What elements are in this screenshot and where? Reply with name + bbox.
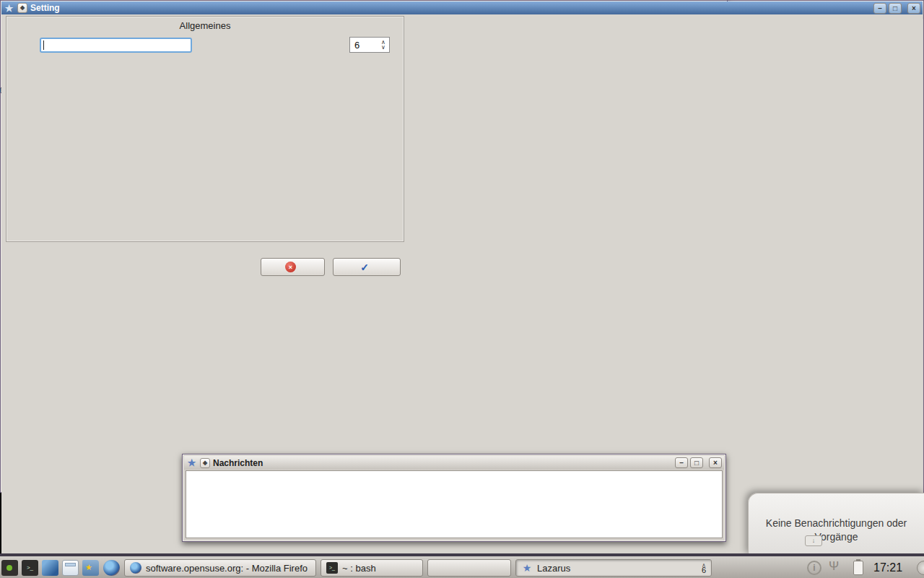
window-count-spinner[interactable]: ∧ 6: [696, 564, 706, 572]
taskbar-clock[interactable]: 17:21: [873, 561, 902, 574]
minimize-icon[interactable]: –: [675, 457, 688, 468]
apply-check-icon: ✓: [360, 262, 369, 273]
opensuse-menu-icon: [6, 565, 12, 571]
lazarus-logo-icon: ★: [4, 3, 14, 14]
star-icon: ★: [85, 563, 92, 572]
app-menu-button[interactable]: [1, 560, 18, 576]
firefox-icon: [130, 562, 141, 574]
specialty-cap-spinedit[interactable]: 6 ∧∨: [349, 37, 390, 53]
minimize-icon[interactable]: –: [873, 3, 886, 14]
titlebar-pin-icon[interactable]: ◆: [17, 3, 27, 13]
apply-button[interactable]: ✓: [333, 258, 401, 276]
form-title: Setting: [30, 3, 60, 13]
spin-value: 6: [350, 40, 378, 51]
taskbar-item-firefox[interactable]: software.opensuse.org: - Mozilla Firefo: [124, 559, 316, 577]
messages-list[interactable]: [186, 470, 723, 538]
close-icon[interactable]: ×: [907, 3, 920, 14]
folder-launcher-icon[interactable]: ★: [82, 560, 99, 576]
messages-title: Nachrichten: [213, 458, 263, 468]
titlebar-pin-icon[interactable]: ◆: [200, 458, 210, 468]
messages-titlebar[interactable]: ★ ◆ Nachrichten – □ ×: [184, 456, 724, 470]
tray-partial-icon[interactable]: [917, 561, 924, 575]
maximize-icon[interactable]: □: [690, 457, 703, 468]
terminal-launcher-icon[interactable]: >_: [22, 560, 38, 576]
text-caret: [43, 40, 44, 50]
tray-info-icon[interactable]: i: [807, 561, 821, 575]
taskbar-item-bash[interactable]: >_ ~ : bash: [321, 559, 423, 577]
spin-down-icon[interactable]: ∨: [381, 45, 385, 50]
close-button[interactable]: ×: [261, 258, 325, 276]
computer-launcher-icon[interactable]: [62, 560, 79, 576]
lazarus-logo-icon: ★: [186, 457, 197, 468]
setting-name-edit[interactable]: [40, 38, 192, 53]
notification-download-icon[interactable]: ↓: [805, 535, 822, 546]
task-label: ~ : bash: [342, 563, 376, 574]
firefox-launcher-icon[interactable]: [103, 560, 120, 576]
cancel-cross-icon: ×: [285, 262, 296, 272]
taskbar-item-empty[interactable]: [427, 559, 511, 577]
notification-popup: Keine Benachrichtigungen oder Vorgänge ↓: [748, 493, 924, 555]
taskbar: >_ ★ software.opensuse.org: - Mozilla Fi…: [0, 553, 924, 578]
window-count: 6: [702, 568, 706, 572]
desktop: – □ × ∨ lazarus ⌂ ▶▶▶1 Click Install1 Cl…: [0, 0, 924, 578]
notification-text-line2: Vorgänge: [749, 530, 924, 544]
form-designer-window: ★ ◆ Setting – □ × Allgemeines 6 ∧∨ ×: [0, 0, 407, 270]
task-label: Lazarus: [537, 563, 570, 574]
desktop-launcher-icon[interactable]: [42, 560, 58, 576]
notification-text-line1: Keine Benachrichtigungen oder: [749, 517, 924, 530]
form-designer-titlebar[interactable]: ★ ◆ Setting – □ ×: [1, 1, 923, 14]
tray-usb-icon[interactable]: Ψ: [829, 559, 839, 574]
taskbar-item-lazarus[interactable]: ★ Lazarus ∧ 6: [515, 559, 712, 577]
tray-battery-icon[interactable]: [853, 561, 863, 575]
maximize-icon[interactable]: □: [889, 3, 902, 14]
terminal-icon: >_: [326, 562, 338, 574]
groupbox-caption: Allgemeines: [6, 20, 404, 31]
close-icon[interactable]: ×: [709, 457, 722, 468]
spin-arrows[interactable]: ∧∨: [378, 38, 389, 52]
task-label: software.opensuse.org: - Mozilla Firefo: [146, 563, 308, 574]
messages-window: ★ ◆ Nachrichten – □ ×: [182, 454, 726, 542]
lazarus-icon: ★: [521, 562, 533, 574]
